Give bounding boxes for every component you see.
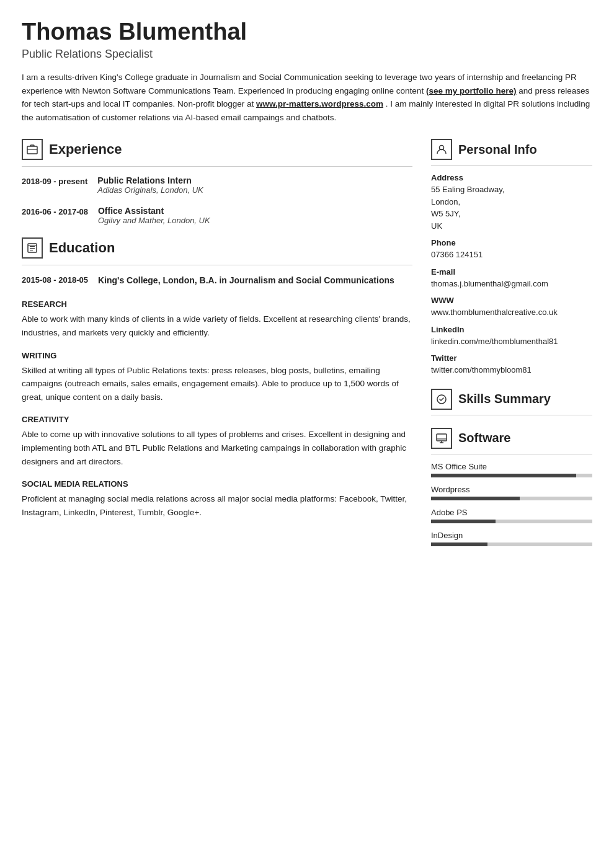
info-label: Address	[431, 173, 592, 182]
skill-title: RESEARCH	[22, 299, 412, 309]
skill-title: WRITING	[22, 351, 412, 360]
personal-info-title: Personal Info	[458, 143, 537, 157]
education-divider	[22, 265, 412, 265]
software-bar-fill	[431, 542, 487, 546]
software-name: MS Office Suite	[431, 462, 592, 471]
software-bar	[431, 542, 592, 546]
skills-summary-divider	[431, 415, 592, 415]
software-item: Wordpress	[431, 485, 592, 500]
exp-date: 2018-09 - present	[22, 175, 87, 195]
right-column: Personal Info Address 55 Ealing Broadway…	[431, 139, 592, 559]
info-label: Twitter	[431, 353, 592, 363]
info-field: E-mail thomas.j.blumenthal@gmail.com	[431, 267, 592, 290]
software-item: InDesign	[431, 531, 592, 546]
skill-subsection: SOCIAL MEDIA RELATIONS Proficient at man…	[22, 479, 412, 519]
experience-divider	[22, 166, 412, 167]
exp-company: Ogilvy and Mather, London, UK	[98, 216, 210, 225]
skill-subsection: WRITING Skilled at writing all types of …	[22, 351, 412, 404]
info-label: Phone	[431, 238, 592, 247]
exp-details: Public Relations Intern Adidas Originals…	[97, 175, 203, 195]
software-bar-fill	[431, 497, 520, 500]
skill-title: CREATIVITY	[22, 415, 412, 424]
skill-body: Skilled at writing all types of Public R…	[22, 364, 412, 404]
software-item: MS Office Suite	[431, 462, 592, 477]
skill-body: Proficient at managing social media rela…	[22, 492, 412, 519]
education-icon	[22, 237, 43, 259]
skills-summary-icon	[431, 389, 452, 410]
blog-link[interactable]: www.pr-matters.wordpress.com	[256, 99, 383, 108]
software-bar-fill	[431, 520, 496, 523]
exp-details: Office Assistant Ogilvy and Mather, Lond…	[98, 206, 210, 225]
experience-title: Experience	[49, 141, 122, 157]
portfolio-link[interactable]: (see my portfolio here)	[426, 86, 517, 95]
edu-degree: King's College, London, B.A. in Journali…	[98, 274, 394, 287]
skill-body: Able to come up with innovative solution…	[22, 428, 412, 468]
software-section: Software MS Office Suite Wordpress Adobe…	[431, 428, 592, 546]
experience-section: Experience 2018-09 - present Public Rela…	[22, 139, 412, 225]
info-value: 55 Ealing Broadway,London,W5 5JY,UK	[431, 184, 592, 232]
skills-summary-title: Skills Summary	[458, 392, 551, 406]
education-title: Education	[49, 240, 115, 256]
personal-info-header: Personal Info	[431, 139, 592, 160]
svg-rect-5	[437, 434, 447, 441]
info-label: LinkedIn	[431, 325, 592, 334]
software-divider	[431, 454, 592, 454]
software-item: Adobe PS	[431, 508, 592, 523]
skills-sections: RESEARCH Able to work with many kinds of…	[22, 299, 412, 519]
education-entries: 2015-08 - 2018-05 King's College, London…	[22, 274, 412, 287]
experience-entry: 2018-09 - present Public Relations Inter…	[22, 175, 412, 195]
info-value: www.thomblumenthalcreative.co.uk	[431, 306, 592, 319]
info-field: Phone 07366 124151	[431, 238, 592, 261]
experience-icon	[22, 139, 43, 160]
info-value: 07366 124151	[431, 249, 592, 261]
experience-entry: 2016-06 - 2017-08 Office Assistant Ogilv…	[22, 206, 412, 225]
svg-rect-0	[27, 146, 37, 154]
software-bar	[431, 497, 592, 500]
software-name: InDesign	[431, 531, 592, 540]
personal-info-divider	[431, 165, 592, 166]
info-field: WWW www.thomblumenthalcreative.co.uk	[431, 296, 592, 319]
skills-summary-section: Skills Summary	[431, 389, 592, 415]
personal-info-icon	[431, 139, 452, 160]
resume-container: Thomas Blumenthal Public Relations Speci…	[22, 19, 592, 559]
skill-body: Able to work with many kinds of clients …	[22, 312, 412, 339]
software-header: Software	[431, 428, 592, 449]
exp-role: Public Relations Intern	[97, 175, 203, 185]
info-value: linkedin.com/me/thomblumenthal81	[431, 335, 592, 348]
skill-title: SOCIAL MEDIA RELATIONS	[22, 479, 412, 489]
experience-header: Experience	[22, 139, 412, 160]
education-entry: 2015-08 - 2018-05 King's College, London…	[22, 274, 412, 287]
candidate-name: Thomas Blumenthal	[22, 19, 592, 45]
education-section: Education 2015-08 - 2018-05 King's Colle…	[22, 237, 412, 287]
edu-details: King's College, London, B.A. in Journali…	[98, 274, 394, 287]
edu-date: 2015-08 - 2018-05	[22, 274, 88, 287]
header: Thomas Blumenthal Public Relations Speci…	[22, 19, 592, 124]
info-field: Twitter twitter.com/thommybloom81	[431, 353, 592, 376]
skill-subsection: CREATIVITY Able to come up with innovati…	[22, 415, 412, 468]
exp-date: 2016-06 - 2017-08	[22, 206, 88, 225]
software-bar-fill	[431, 474, 576, 477]
software-bar	[431, 520, 592, 523]
skill-subsection: RESEARCH Able to work with many kinds of…	[22, 299, 412, 339]
info-value: thomas.j.blumenthal@gmail.com	[431, 278, 592, 290]
software-icon	[431, 428, 452, 449]
info-field: LinkedIn linkedin.com/me/thomblumenthal8…	[431, 325, 592, 348]
skills-summary-header: Skills Summary	[431, 389, 592, 410]
software-name: Wordpress	[431, 485, 592, 494]
software-bar	[431, 474, 592, 477]
personal-info-fields: Address 55 Ealing Broadway,London,W5 5JY…	[431, 173, 592, 376]
exp-role: Office Assistant	[98, 206, 210, 216]
exp-company: Adidas Originals, London, UK	[97, 185, 203, 195]
software-name: Adobe PS	[431, 508, 592, 517]
info-value: twitter.com/thommybloom81	[431, 364, 592, 376]
main-layout: Experience 2018-09 - present Public Rela…	[22, 139, 592, 559]
software-title: Software	[458, 431, 510, 445]
info-label: E-mail	[431, 267, 592, 277]
left-column: Experience 2018-09 - present Public Rela…	[22, 139, 412, 559]
candidate-title: Public Relations Specialist	[22, 48, 592, 61]
software-items: MS Office Suite Wordpress Adobe PS InDes…	[431, 462, 592, 546]
experience-entries: 2018-09 - present Public Relations Inter…	[22, 175, 412, 225]
personal-info-section: Personal Info Address 55 Ealing Broadway…	[431, 139, 592, 376]
info-field: Address 55 Ealing Broadway,London,W5 5JY…	[431, 173, 592, 232]
education-header: Education	[22, 237, 412, 259]
